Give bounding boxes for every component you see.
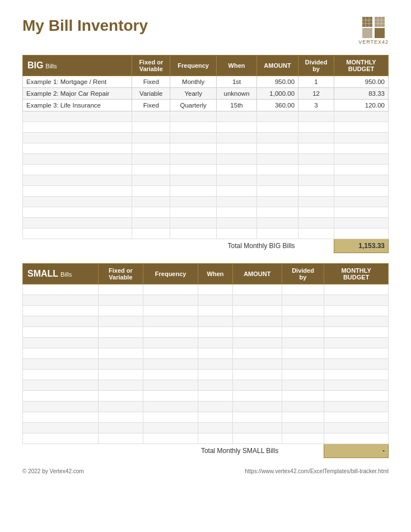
empty-cell <box>143 284 198 295</box>
empty-cell <box>282 295 324 306</box>
page: My Bill Inventory VERTEX42 <box>0 0 411 532</box>
empty-cell <box>298 239 334 253</box>
bill-name: Example 1: Mortgage / Rent <box>23 76 132 88</box>
empty-cell <box>198 380 233 391</box>
empty-cell <box>98 284 143 295</box>
empty-cell <box>98 295 143 306</box>
empty-cell <box>23 197 132 207</box>
empty-cell <box>282 306 324 316</box>
empty-cell <box>324 370 389 380</box>
empty-cell <box>23 207 132 218</box>
empty-cell <box>23 186 132 197</box>
logo-area: VERTEX42 <box>358 17 389 45</box>
svg-rect-1 <box>375 17 385 27</box>
bill-monthly-budget: 83.33 <box>334 88 389 100</box>
empty-cell <box>334 111 389 122</box>
empty-cell <box>298 122 334 133</box>
empty-cell <box>282 391 324 402</box>
empty-cell <box>324 380 389 391</box>
empty-cell <box>23 402 99 412</box>
empty-cell <box>143 327 198 338</box>
when-col-header: When <box>217 55 257 76</box>
empty-cell <box>298 207 334 218</box>
bill-divided-by: 3 <box>298 100 334 111</box>
empty-cell <box>217 207 257 218</box>
empty-cell <box>256 122 298 133</box>
empty-cell <box>23 154 132 165</box>
empty-cell <box>217 165 257 175</box>
empty-cell <box>217 143 257 154</box>
empty-cell <box>132 165 170 175</box>
empty-cell <box>143 316 198 327</box>
empty-cell <box>232 284 282 295</box>
small-bills-empty-row <box>23 295 389 306</box>
empty-cell <box>282 327 324 338</box>
small-bills-empty-row <box>23 284 389 295</box>
empty-cell <box>217 197 257 207</box>
bill-when: unknown <box>217 88 257 100</box>
big-bills-empty-row <box>23 207 389 218</box>
empty-cell <box>198 412 233 423</box>
logo-text: VERTEX42 <box>358 39 389 45</box>
empty-cell <box>232 359 282 370</box>
empty-cell <box>132 154 170 165</box>
empty-cell <box>334 207 389 218</box>
empty-cell <box>298 175 334 186</box>
big-bills-row: Example 1: Mortgage / Rent Fixed Monthly… <box>23 76 389 88</box>
empty-cell <box>23 218 132 228</box>
big-bills-table: BIG Bills Fixed orVariable Frequency Whe… <box>22 55 389 253</box>
frequency-col-header: Frequency <box>170 55 217 76</box>
empty-cell <box>282 423 324 433</box>
bill-when: 1st <box>217 76 257 88</box>
empty-cell <box>98 380 143 391</box>
empty-cell <box>23 284 99 295</box>
empty-cell <box>282 338 324 348</box>
empty-cell <box>198 402 233 412</box>
small-bills-text: Bills <box>60 271 72 278</box>
small-when-col-header: When <box>198 264 233 284</box>
empty-cell <box>217 122 257 133</box>
empty-cell <box>198 348 233 359</box>
small-divided-by-col-header: Dividedby <box>282 264 324 284</box>
empty-cell <box>23 175 132 186</box>
empty-cell <box>256 228 298 239</box>
empty-cell <box>170 186 217 197</box>
empty-cell <box>282 444 324 458</box>
empty-cell <box>217 175 257 186</box>
empty-cell <box>143 306 198 316</box>
empty-cell <box>217 218 257 228</box>
svg-rect-3 <box>375 28 385 38</box>
small-bills-section: SMALL Bills Fixed orVariable Frequency W… <box>22 263 389 458</box>
bill-amount: 360.00 <box>256 100 298 111</box>
empty-cell <box>132 175 170 186</box>
empty-cell <box>334 175 389 186</box>
empty-cell <box>170 111 217 122</box>
bill-frequency: Monthly <box>170 76 217 88</box>
empty-cell <box>143 348 198 359</box>
empty-cell <box>232 380 282 391</box>
empty-cell <box>132 133 170 143</box>
empty-cell <box>334 197 389 207</box>
empty-cell <box>334 122 389 133</box>
empty-cell <box>282 380 324 391</box>
vertex42-logo-icon <box>362 17 385 38</box>
empty-cell <box>170 207 217 218</box>
empty-cell <box>217 111 257 122</box>
small-amount-col-header: AMOUNT <box>232 264 282 284</box>
empty-cell <box>23 316 99 327</box>
empty-cell <box>98 412 143 423</box>
big-bills-section: BIG Bills Fixed orVariable Frequency Whe… <box>22 55 389 253</box>
small-bills-empty-row <box>23 316 389 327</box>
empty-cell <box>23 338 99 348</box>
small-label: SMALL <box>27 269 58 278</box>
big-bills-empty-row <box>23 122 389 133</box>
empty-cell <box>282 433 324 444</box>
empty-cell <box>256 218 298 228</box>
empty-cell <box>298 133 334 143</box>
bill-fixed-variable: Fixed <box>132 100 170 111</box>
empty-cell <box>98 359 143 370</box>
small-bills-empty-row <box>23 391 389 402</box>
empty-cell <box>232 306 282 316</box>
empty-cell <box>217 133 257 143</box>
big-bills-total-row: Total Monthly BIG Bills 1,153.33 <box>23 239 389 253</box>
